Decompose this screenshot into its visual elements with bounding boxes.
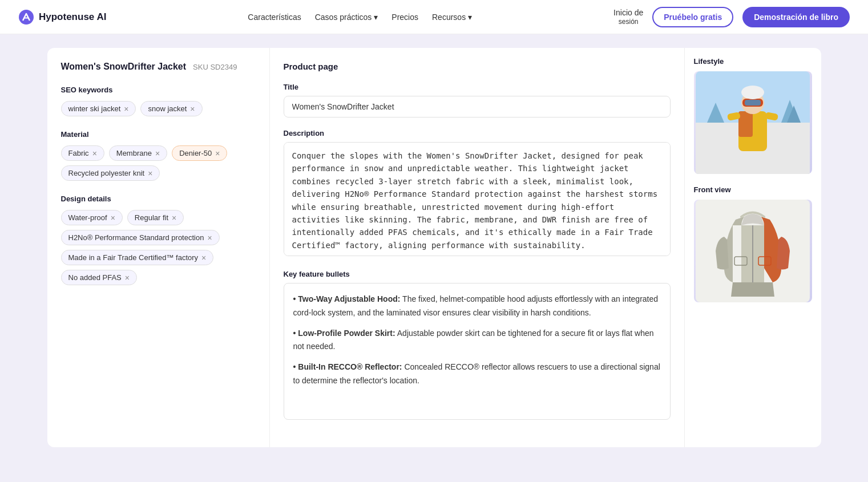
left-panel: Women's SnowDrifter Jacket SKU SD2349 SE… (47, 48, 270, 447)
navigation: Hypotenuse AI Características Casos prác… (0, 0, 868, 34)
tag-label: winter ski jacket (68, 104, 121, 113)
svg-point-0 (19, 10, 34, 25)
tag-label: snow jacket (148, 104, 187, 113)
bullet-item: • Low-Profile Powder Skirt: Adjustable p… (293, 327, 661, 354)
demo-button[interactable]: Demostración de libro (742, 7, 850, 27)
svg-rect-10 (745, 100, 761, 106)
front-label: Front view (694, 185, 812, 194)
bullet-item: • Two-Way Adjustable Hood: The fixed, he… (293, 293, 661, 320)
product-header: Women's SnowDrifter Jacket SKU SD2349 (61, 62, 256, 72)
seo-tags: winter ski jacket × snow jacket × (61, 101, 256, 116)
tag-label: No added PFAS (68, 273, 122, 282)
nav-links: Características Casos prácticos ▾ Precio… (124, 13, 595, 22)
signin-button[interactable]: Inicio de sesión (613, 8, 643, 26)
tag-membrane: Membrane × (109, 145, 167, 161)
content-card: Women's SnowDrifter Jacket SKU SD2349 SE… (47, 48, 821, 447)
bullet-heading: • Low-Profile Powder Skirt: (293, 329, 395, 338)
tag-remove-pfas[interactable]: × (125, 274, 130, 282)
tag-remove-waterproof[interactable]: × (111, 214, 115, 222)
tag-remove-fairtrade[interactable]: × (201, 254, 206, 262)
svg-rect-7 (738, 111, 753, 137)
tag-regular-fit: Regular fit × (127, 210, 184, 225)
seo-label: SEO keywords (61, 86, 256, 94)
description-label: Description (284, 129, 671, 137)
svg-point-13 (741, 86, 764, 99)
tag-h2no: H2No® Performance Standard protection × (61, 230, 220, 245)
material-section: Material Fabric × Membrane × Denier-50 × (61, 130, 256, 181)
design-label: Design details (61, 195, 256, 203)
seo-section: SEO keywords winter ski jacket × snow ja… (61, 86, 256, 116)
nav-precios[interactable]: Precios (391, 13, 418, 22)
product-name: Women's SnowDrifter Jacket (61, 62, 187, 72)
bullets-section: Key feature bullets • Two-Way Adjustable… (284, 270, 671, 420)
right-panel: Product page Title Description Key featu… (270, 48, 684, 447)
image-panel: Lifestyle (684, 48, 821, 447)
tag-label: H2No® Performance Standard protection (68, 233, 204, 242)
nav-caracteristicas[interactable]: Características (248, 13, 301, 22)
tag-remove-denier[interactable]: × (215, 149, 220, 157)
tag-remove-winter[interactable]: × (124, 105, 128, 113)
main-wrapper: Women's SnowDrifter Jacket SKU SD2349 SE… (29, 34, 839, 461)
tag-winter-ski: winter ski jacket × (61, 101, 136, 116)
bullets-label: Key feature bullets (284, 270, 671, 278)
chevron-down-icon: ▾ (374, 13, 378, 22)
tag-fabric: Fabric × (61, 145, 104, 161)
nav-casos[interactable]: Casos prácticos ▾ (315, 13, 378, 22)
design-tags: Water-proof × Regular fit × H2No® Perfor… (61, 210, 256, 285)
lifestyle-label: Lifestyle (694, 57, 812, 66)
tag-label: Made in a Fair Trade Certified™ factory (68, 253, 199, 262)
tag-fairtrade: Made in a Fair Trade Certified™ factory … (61, 250, 214, 265)
description-section: Description (284, 129, 671, 258)
bullets-box: • Two-Way Adjustable Hood: The fixed, he… (284, 283, 671, 420)
tag-snow-jacket: snow jacket × (140, 101, 202, 116)
chevron-down-icon: ▾ (468, 13, 472, 22)
tag-remove-h2no[interactable]: × (207, 234, 212, 242)
title-label: Title (284, 83, 671, 91)
try-free-button[interactable]: Pruébelo gratis (652, 7, 733, 27)
bullet-item: • Built-In RECCO® Reflector: Concealed R… (293, 361, 661, 388)
tag-remove-fabric[interactable]: × (92, 149, 97, 157)
tag-label: Denier-50 (179, 149, 212, 157)
tag-denier: Denier-50 × (172, 145, 227, 161)
bullet-heading: • Built-In RECCO® Reflector: (293, 362, 402, 371)
logo[interactable]: Hypotenuse AI (18, 9, 106, 25)
front-svg (696, 200, 810, 302)
tag-recycled: Recycled polyester knit × (61, 165, 160, 181)
material-label: Material (61, 130, 256, 139)
nav-recursos[interactable]: Recursos ▾ (432, 13, 472, 22)
product-page-title: Product page (284, 62, 671, 71)
front-image (694, 200, 812, 302)
tag-label: Membrane (116, 149, 152, 157)
logo-text: Hypotenuse AI (39, 11, 106, 23)
design-section: Design details Water-proof × Regular fit… (61, 195, 256, 285)
material-tags: Fabric × Membrane × Denier-50 × Recycled… (61, 145, 256, 181)
tag-remove-recycled[interactable]: × (148, 169, 152, 177)
tag-label: Fabric (68, 149, 89, 157)
tag-remove-membrane[interactable]: × (155, 149, 160, 157)
tag-label: Water-proof (68, 213, 107, 222)
logo-icon (18, 9, 34, 25)
tag-label: Recycled polyester knit (68, 169, 145, 177)
tag-nopfas: No added PFAS × (61, 270, 137, 285)
title-input[interactable] (284, 96, 671, 118)
tag-label: Regular fit (135, 213, 168, 222)
lifestyle-image (694, 71, 812, 174)
bullet-heading: • Two-Way Adjustable Hood: (293, 294, 401, 303)
title-section: Title (284, 83, 671, 118)
product-sku: SKU SD2349 (193, 63, 237, 71)
tag-remove-snow[interactable]: × (190, 105, 195, 113)
description-textarea[interactable] (284, 142, 671, 256)
lifestyle-svg (696, 71, 810, 174)
nav-actions: Inicio de sesión Pruébelo gratis Demostr… (613, 7, 850, 27)
tag-waterproof: Water-proof × (61, 210, 123, 225)
tag-remove-fit[interactable]: × (172, 214, 176, 222)
